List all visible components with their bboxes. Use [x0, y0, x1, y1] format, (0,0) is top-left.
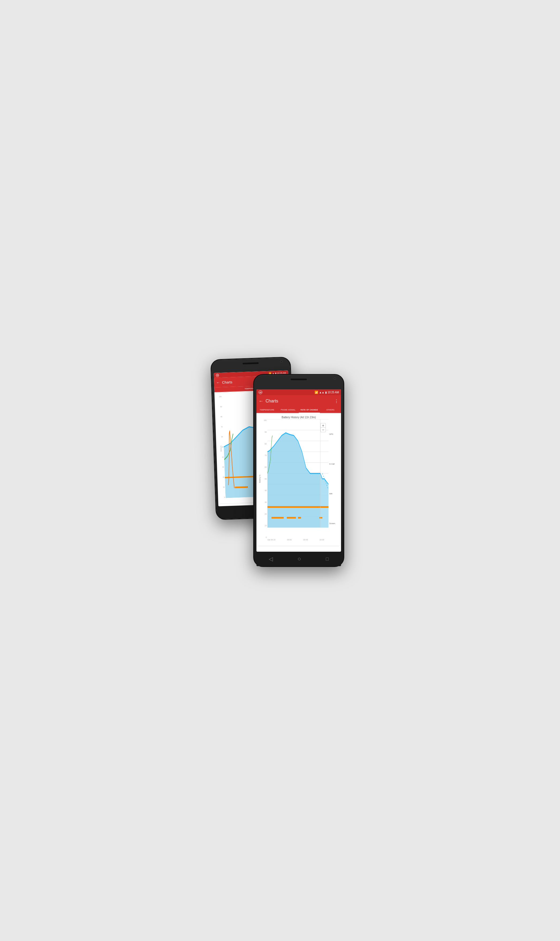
legend-screen: Screen	[329, 523, 338, 524]
y-label-front: Battery %	[259, 419, 262, 538]
camera-front	[334, 378, 336, 379]
zoom-controls-front: + −	[320, 423, 326, 432]
tab-phone-signal-front[interactable]: PHONE SIGNAL	[278, 407, 299, 413]
speaker-front	[291, 379, 307, 380]
legend-gps: GPS	[329, 433, 338, 435]
signal-icon-front: ▲▲	[319, 391, 325, 394]
tab-rate-of-change-front[interactable]: RATE OF CHANGE	[299, 407, 320, 413]
x-label-3: 10:30	[319, 539, 324, 541]
wifi-icon-front: 📶	[315, 391, 318, 394]
nav-bar-front: ◁ ○ □	[257, 552, 341, 566]
svg-marker-16	[268, 433, 328, 527]
app-icon-front: 49	[258, 390, 262, 394]
speaker-back	[243, 362, 258, 364]
svg-marker-17	[320, 479, 328, 528]
y-ticks-front: 0 10 20 30 40 50 60 70 80 90 100	[262, 419, 268, 538]
camera-back	[280, 360, 282, 363]
svg-line-2	[235, 487, 248, 487]
zoom-out-button[interactable]: −	[321, 427, 326, 432]
nav-back-icon-front[interactable]: ◁	[269, 556, 273, 562]
status-left-front: 49	[258, 390, 262, 394]
scene: 49 📶 ▲ ▮ 10:25 AM ← Charts ⋮ TEMPERATURE	[211, 353, 349, 588]
back-button-back[interactable]: ←	[216, 380, 220, 384]
chart-title-front: Battery History (4d 11h 23m)	[258, 415, 340, 419]
more-button-front[interactable]: ⋮	[334, 399, 339, 404]
battery-icon-front: ▮	[325, 391, 327, 394]
tab-others-front[interactable]: OTHERS	[320, 407, 341, 413]
toolbar-front: ← Charts ⋮	[257, 395, 341, 407]
status-left-back: 49	[216, 374, 219, 377]
tabs-front: TEMPERATURE PHONE SIGNAL RATE OF CHANGE …	[257, 407, 341, 413]
legend-wifi: Wifi	[329, 493, 338, 495]
status-bar-front: 49 📶 ▲▲ ▮ 10:25 AM	[257, 389, 341, 395]
x-label-2: 09:45	[303, 539, 308, 541]
chart-body: Battery % 0 10 20 30 40 50 60 70 80 90 1…	[258, 419, 340, 538]
legend-incall: In Call	[329, 463, 338, 465]
time-front: 10:25 AM	[328, 391, 339, 394]
chart-legend-right: GPS In Call Wifi Screen	[328, 419, 338, 538]
toolbar-title-front: Charts	[266, 399, 332, 404]
main-chart-svg	[268, 419, 328, 538]
y-label-back: Battery %	[220, 446, 222, 452]
x-axis-front: Sat 08:15 09:00 09:45 10:30	[258, 538, 340, 541]
svg-point-25	[307, 506, 307, 508]
x-label-1: 09:00	[287, 539, 292, 541]
status-right-front: 📶 ▲▲ ▮ 10:25 AM	[315, 391, 339, 394]
nav-recent-icon-front[interactable]: □	[326, 556, 329, 562]
app-icon-back: 49	[216, 374, 219, 377]
chart-container-front: Battery History (4d 11h 23m) + − Battery…	[258, 415, 340, 546]
back-button-front[interactable]: ←	[258, 398, 263, 404]
nav-home-icon-front[interactable]: ○	[297, 555, 301, 562]
zoom-in-button[interactable]: +	[321, 423, 326, 427]
screen-front: 49 📶 ▲▲ ▮ 10:25 AM ← Charts ⋮ TEMPERATUR…	[257, 389, 341, 552]
phone-front: 49 📶 ▲▲ ▮ 10:25 AM ← Charts ⋮ TEMPERATUR…	[253, 374, 344, 567]
x-label-0: Sat 08:15	[268, 539, 275, 541]
tab-temperature-front[interactable]: TEMPERATURE	[257, 407, 278, 413]
plot-area-front	[268, 419, 328, 538]
